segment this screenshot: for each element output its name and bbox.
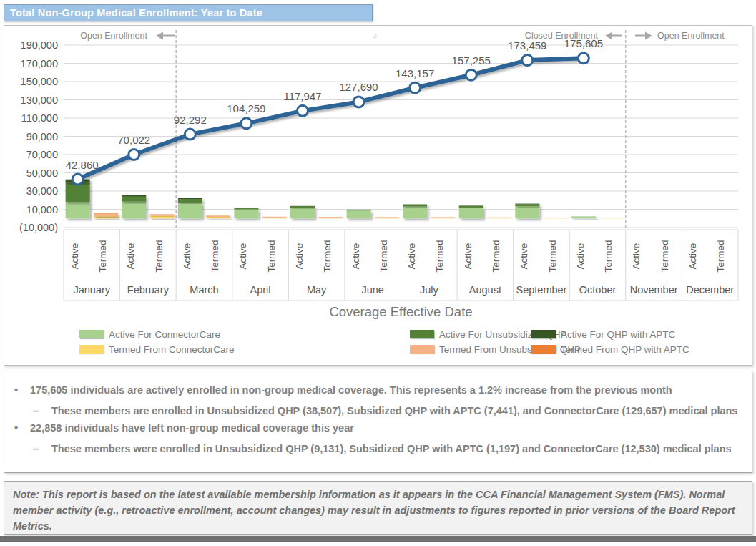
bar-segment [122, 202, 146, 219]
open-enrollment-right-label: Open Enrollment [657, 31, 725, 41]
x-axis-month-label: August [469, 284, 501, 296]
bar-segment [206, 216, 230, 217]
y-axis-tick-label: 170,000 [21, 58, 58, 69]
note-text: Note: This report is based on the latest… [13, 489, 735, 532]
x-axis-termed-label: Termed [322, 240, 333, 272]
bullet-text: 22,858 individuals have left non-group m… [30, 422, 354, 434]
legend-item: Active For ConnectorCare [79, 329, 220, 339]
legend-swatch-icon [79, 345, 104, 354]
bullet-text: These members are enrolled in Unsubsidiz… [51, 405, 737, 416]
data-point-label: 127,690 [339, 81, 378, 93]
watermark-text: z [373, 31, 378, 39]
arrow-head-icon [605, 32, 612, 40]
x-axis-active-label: Active [294, 243, 305, 270]
legend-label: Termed From ConnectorCare [109, 344, 235, 355]
y-axis-tick-label: 70,000 [26, 149, 58, 160]
bar-segment [487, 218, 511, 218]
bullet-item: –These members are enrolled in Unsubsidi… [14, 405, 742, 416]
enrollment-combo-chart: 190,000170,000150,000130,000110,00090,00… [4, 26, 752, 325]
bar-segment [178, 198, 202, 199]
bar-segment [234, 208, 258, 209]
legend-item: Termed From ConnectorCare [79, 344, 235, 354]
x-axis-termed-label: Termed [715, 240, 726, 272]
arrow-head-icon [645, 32, 652, 40]
bar-segment [347, 210, 371, 218]
x-axis-active-label: Active [406, 243, 417, 270]
line-marker [353, 97, 364, 107]
bar-segment [122, 195, 146, 196]
x-axis-active-label: Active [350, 243, 361, 270]
data-point-label: 173,459 [508, 39, 546, 52]
page-title: Total Non-Group Medical Enrollment: Year… [4, 7, 262, 19]
x-axis-termed-label: Termed [603, 240, 614, 272]
line-marker [185, 129, 195, 140]
data-point-label: 42,860 [66, 159, 99, 171]
bar-segment [150, 215, 175, 216]
line-marker [466, 69, 476, 80]
bar-segment [318, 217, 343, 218]
bar-segment [375, 218, 399, 218]
bullet-item: –These members were enrolled in Unsubsid… [14, 443, 742, 454]
x-axis-termed-label: Termed [659, 240, 670, 272]
bar-segment [178, 203, 202, 218]
x-axis-termed-label: Termed [266, 240, 277, 272]
bar-segment [234, 210, 258, 219]
x-axis-termed-label: Termed [434, 240, 445, 272]
bar-segment [94, 213, 118, 216]
x-axis-active-label: Active [125, 243, 136, 270]
bar-segment [290, 208, 315, 219]
bar-segment [515, 206, 539, 218]
bar-segment [544, 218, 568, 218]
legend-label: Termed From Unsubsidized QHP [439, 344, 581, 355]
x-axis-termed-label: Termed [210, 240, 220, 272]
legend-label: Termed From QHP with APTC [561, 344, 689, 355]
x-axis-month-label: October [579, 284, 617, 296]
legend-item: Termed From QHP with APTC [531, 344, 689, 354]
x-axis-active-label: Active [631, 243, 642, 270]
bar-segment [515, 204, 539, 206]
open-enrollment-left-label: Open Enrollment [80, 31, 147, 41]
bar-segment [178, 199, 202, 203]
x-axis-active-label: Active [69, 243, 80, 270]
x-axis-active-label: Active [519, 243, 529, 270]
bar-segment [206, 217, 230, 218]
y-axis-tick-label: 130,000 [21, 94, 58, 106]
line-marker [129, 149, 139, 160]
bullet-marker: – [33, 443, 51, 454]
report-page: Total Non-Group Medical Enrollment: Year… [0, 0, 756, 546]
report-title-bar: Total Non-Group Medical Enrollment: Year… [4, 4, 373, 21]
x-axis-active-label: Active [687, 243, 698, 270]
x-axis-termed-label: Termed [491, 240, 501, 272]
bar-segment [66, 202, 90, 218]
y-axis-tick-label: 190,000 [21, 39, 58, 51]
legend-label: Active For QHP with APTC [561, 329, 675, 340]
y-axis-tick-label: 110,000 [21, 112, 58, 124]
line-marker [522, 55, 533, 66]
bar-segment [94, 213, 118, 213]
data-point-label: 117,947 [283, 90, 321, 102]
y-axis-tick-label: 30,000 [26, 185, 58, 197]
x-axis-active-label: Active [237, 243, 248, 270]
legend-swatch-icon [410, 330, 434, 338]
data-point-label: 157,255 [452, 54, 491, 67]
legend-swatch-icon [531, 330, 556, 338]
bullet-marker: • [14, 422, 30, 434]
x-axis-month-label: September [516, 284, 566, 296]
line-marker [72, 174, 83, 185]
legend-item: Active For Unsubsidized QHP [410, 329, 567, 339]
x-axis-active-label: Active [575, 243, 586, 270]
x-axis-month-label: December [686, 284, 734, 296]
legend-swatch-icon [79, 330, 104, 338]
line-marker [241, 118, 252, 129]
bar-segment [403, 207, 427, 219]
note-panel: Note: This report is based on the latest… [4, 481, 752, 535]
arrow-head-icon [156, 32, 163, 40]
data-point-label: 92,292 [174, 114, 207, 126]
x-axis-month-label: May [307, 284, 327, 296]
y-axis-tick-label: 10,000 [26, 204, 58, 215]
bullet-text: 175,605 individuals are actively enrolle… [30, 384, 672, 396]
bar-segment [403, 205, 427, 207]
bar-segment [431, 218, 455, 218]
bullet-text: These members were enrolled in Unsubsidi… [51, 443, 732, 454]
x-axis-month-label: July [420, 284, 439, 296]
